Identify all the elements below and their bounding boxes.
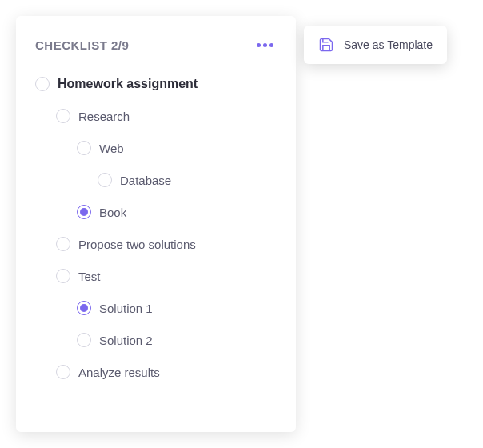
- checklist-item-label: Homework assignment: [58, 77, 198, 91]
- checklist-item: Test: [35, 263, 277, 289]
- checklist-radio[interactable]: [56, 109, 70, 123]
- save-template-menu-item[interactable]: Save as Template: [304, 26, 447, 64]
- checklist-radio[interactable]: [77, 333, 91, 347]
- checklist-item: Solution 2: [35, 327, 277, 353]
- checklist-items: Homework assignmentResearchWebDatabaseBo…: [35, 71, 277, 385]
- checklist-item: Analyze results: [35, 359, 277, 385]
- checklist-radio[interactable]: [56, 237, 70, 251]
- checklist-item-label: Solution 2: [99, 334, 153, 347]
- checklist-radio[interactable]: [98, 173, 112, 187]
- checklist-radio[interactable]: [56, 365, 70, 379]
- save-icon: [318, 37, 334, 53]
- checklist-item-label: Book: [99, 206, 126, 219]
- dots-icon: [257, 43, 261, 47]
- checklist-item: Solution 1: [35, 295, 277, 321]
- checklist-radio[interactable]: [35, 77, 50, 91]
- checklist-item-label: Propose two solutions: [78, 238, 196, 251]
- checklist-item: Web: [35, 135, 277, 161]
- save-template-label: Save as Template: [344, 38, 433, 51]
- checklist-item: Research: [35, 103, 277, 129]
- checklist-radio[interactable]: [77, 205, 91, 219]
- checklist-item: Database: [35, 167, 277, 193]
- checklist-item-label: Analyze results: [78, 366, 160, 379]
- checklist-item-label: Research: [78, 110, 130, 123]
- checklist-item-label: Web: [99, 142, 124, 155]
- checklist-item-label: Solution 1: [99, 302, 153, 315]
- checklist-item: Book: [35, 199, 277, 225]
- checklist-item-label: Database: [120, 174, 171, 187]
- checklist-radio[interactable]: [56, 269, 70, 283]
- more-options-button[interactable]: [253, 40, 277, 50]
- card-header: CHECKLIST 2/9: [35, 38, 277, 52]
- dots-icon: [263, 43, 267, 47]
- checklist-item-label: Test: [78, 270, 101, 283]
- checklist-card: CHECKLIST 2/9 Homework assignmentResearc…: [16, 16, 296, 432]
- checklist-radio[interactable]: [77, 301, 91, 315]
- checklist-radio[interactable]: [77, 141, 91, 155]
- checklist-title: CHECKLIST 2/9: [35, 38, 129, 52]
- checklist-item: Homework assignment: [35, 71, 277, 97]
- dots-icon: [269, 43, 273, 47]
- checklist-item: Propose two solutions: [35, 231, 277, 257]
